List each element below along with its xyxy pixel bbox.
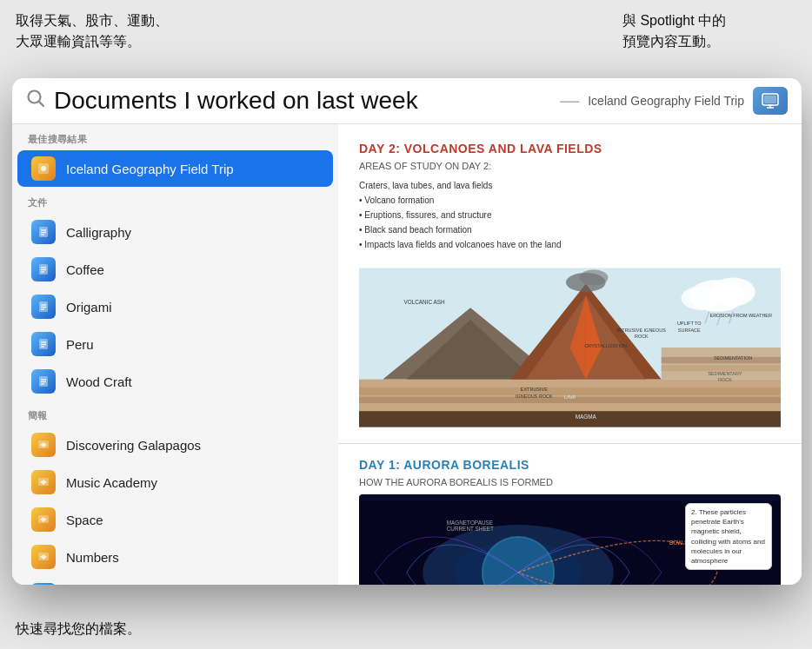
calligraphy-label: Calligraphy [66, 225, 131, 240]
sidebar-item-galapagos[interactable]: Discovering Galapagos [17, 427, 333, 463]
spotlight-body: 最佳搜尋結果 Iceland Geography Field Trip 文件 C… [12, 124, 802, 585]
day1-subtitle: HOW THE AURORA BOREALIS IS FORMED [359, 477, 781, 487]
search-divider: — [560, 89, 579, 112]
item-icon-keynote-numbers [31, 545, 56, 569]
item-icon-keynote-music [31, 470, 56, 494]
numbers-label: Numbers [66, 550, 119, 565]
woodcraft-label: Wood Craft [66, 374, 132, 389]
space-label: Space [66, 513, 103, 527]
documents-section-label: 文件 [12, 188, 338, 213]
svg-rect-50 [359, 405, 781, 409]
svg-text:EXTRUSIVE: EXTRUSIVE [521, 387, 548, 392]
day2-subtitle: AREAS OF STUDY ON DAY 2: [359, 161, 781, 171]
annotation-top-left-text: 取得天氣、股市、運動、大眾運輸資訊等等。 [16, 13, 169, 49]
sidebar-item-numbers[interactable]: Numbers [17, 539, 333, 575]
volcano-diagram: VOLCANIC ASH LAVA EXTRUSIVE IGNEOUS ROCK… [359, 261, 781, 434]
aurora-section: DAY 1: AURORA BOREALIS HOW THE AURORA BO… [338, 444, 802, 585]
finder-icon [31, 583, 56, 585]
day2-title: DAY 2: VOLCANOES AND LAVA FIELDS [359, 142, 781, 156]
svg-text:ROCK: ROCK [718, 377, 732, 382]
aurora-callout-2: 2. These particles penetrate Earth's mag… [685, 503, 772, 570]
item-icon-pages-woodcraft [31, 369, 56, 394]
svg-point-8 [41, 166, 46, 171]
svg-text:CRYSTALLIZATION: CRYSTALLIZATION [584, 343, 627, 348]
sidebar-item-space[interactable]: Space [17, 501, 333, 538]
spotlight-window: Documents I worked on last week — Icelan… [12, 78, 802, 585]
svg-rect-3 [764, 96, 776, 103]
sidebar-item-origami[interactable]: Origami [17, 288, 333, 325]
annotation-bottom-left: 快速尋找您的檔案。 [16, 620, 207, 639]
sidebar: 最佳搜尋結果 Iceland Geography Field Trip 文件 C… [12, 124, 338, 585]
peru-label: Peru [66, 337, 94, 352]
sidebar-item-woodcraft[interactable]: Wood Craft [17, 363, 333, 400]
day1-title: DAY 1: AURORA BOREALIS [359, 458, 781, 472]
aurora-diagram: BOW SHOCK MAGNETOPAUSE CURRENT SHEET OPE… [359, 494, 781, 585]
svg-text:UPLIFT TO: UPLIFT TO [677, 321, 702, 326]
show-all-in-finder[interactable]: 於 Finder 顯示所有項目… [17, 576, 333, 585]
origami-label: Origami [66, 300, 112, 315]
search-bar: Documents I worked on last week — Icelan… [12, 78, 802, 124]
svg-text:SEDIMENTARY: SEDIMENTARY [708, 371, 742, 376]
preview-pane: DAY 2: VOLCANOES AND LAVA FIELDS AREAS O… [338, 124, 802, 585]
svg-point-43 [682, 287, 722, 310]
svg-text:MAGNETOPAUSE: MAGNETOPAUSE [447, 520, 493, 526]
item-icon-pages-coffee [31, 257, 56, 281]
svg-text:SURFACE: SURFACE [678, 328, 701, 333]
svg-text:CURRENT SHEET: CURRENT SHEET [447, 526, 494, 532]
annotation-top-right: 與 Spotlight 中的預覽內容互動。 [622, 10, 796, 52]
item-icon-keynote-space [31, 507, 56, 532]
sidebar-item-best-match[interactable]: Iceland Geography Field Trip [17, 150, 333, 187]
best-match-label: Iceland Geography Field Trip [66, 162, 234, 176]
svg-rect-51 [359, 411, 781, 427]
item-icon-pages-peru [31, 332, 56, 356]
item-icon-pages-calligraphy [31, 220, 56, 244]
sidebar-item-coffee[interactable]: Coffee [17, 251, 333, 288]
search-query[interactable]: Documents I worked on last week [54, 87, 551, 115]
svg-text:IGNEOUS ROCK: IGNEOUS ROCK [516, 394, 553, 399]
coffee-label: Coffee [66, 262, 104, 277]
svg-text:SEDIMENTATION: SEDIMENTATION [714, 355, 752, 361]
galapagos-label: Discovering Galapagos [66, 438, 201, 453]
item-icon-pages-origami [31, 295, 56, 319]
svg-text:EROSION FROM WEATHER: EROSION FROM WEATHER [709, 313, 772, 318]
svg-rect-48 [359, 387, 781, 395]
day2-bullets: Craters, lava tubes, and lava fields • V… [359, 178, 781, 252]
preview-app-icon [753, 87, 788, 115]
svg-line-1 [39, 102, 43, 106]
volcano-section: DAY 2: VOLCANOES AND LAVA FIELDS AREAS O… [338, 124, 802, 444]
svg-text:VOLCANIC ASH: VOLCANIC ASH [403, 299, 445, 305]
svg-text:LAVA: LAVA [564, 394, 576, 400]
svg-text:INTRUSIVE IGNEOUS: INTRUSIVE IGNEOUS [617, 328, 666, 333]
music-academy-label: Music Academy [66, 475, 157, 490]
search-preview-label: Iceland Geography Field Trip [588, 94, 744, 108]
presentations-section-label: 簡報 [12, 401, 338, 426]
search-icon [26, 89, 45, 113]
annotation-top-right-text: 與 Spotlight 中的預覽內容互動。 [622, 13, 726, 49]
sidebar-item-peru[interactable]: Peru [17, 326, 333, 362]
svg-point-57 [579, 269, 608, 285]
svg-text:ROCK: ROCK [635, 334, 649, 339]
item-icon-keynote [31, 156, 56, 181]
sidebar-item-music-academy[interactable]: Music Academy [17, 464, 333, 500]
annotation-top-left: 取得天氣、股市、運動、大眾運輸資訊等等。 [16, 10, 207, 52]
annotation-bottom-left-text: 快速尋找您的檔案。 [16, 621, 141, 636]
svg-text:MAGMA: MAGMA [576, 414, 597, 420]
best-match-section-label: 最佳搜尋結果 [12, 124, 338, 149]
item-icon-keynote-galapagos [31, 433, 56, 457]
preview-content: DAY 2: VOLCANOES AND LAVA FIELDS AREAS O… [338, 124, 802, 585]
sidebar-item-calligraphy[interactable]: Calligraphy [17, 214, 333, 250]
